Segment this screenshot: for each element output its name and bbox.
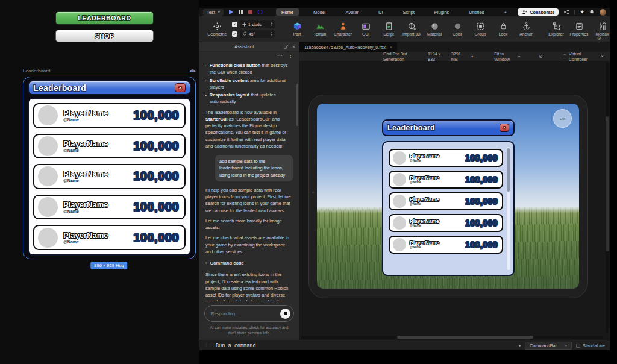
close-emulation-icon[interactable]: × bbox=[601, 54, 604, 59]
content-scrollbar[interactable] bbox=[507, 147, 510, 270]
import-3d-tool[interactable]: Import 3D bbox=[404, 22, 419, 36]
pause-icon[interactable] bbox=[239, 10, 243, 14]
close-tab-icon[interactable]: × bbox=[390, 45, 392, 49]
script-tool[interactable]: Script bbox=[381, 22, 396, 36]
player-score: 100,000 bbox=[133, 200, 179, 214]
group-tool[interactable]: Group bbox=[472, 22, 488, 36]
chevron-down-icon[interactable]: ▾ bbox=[471, 55, 473, 58]
rotate-snap-value: 45° bbox=[249, 32, 255, 36]
collaborate-button[interactable]: Collaborate bbox=[518, 8, 559, 16]
rotate-snap-field[interactable]: 45° ▴▾ bbox=[240, 30, 275, 38]
lock-tool[interactable]: Lock bbox=[495, 22, 511, 36]
standalone-checkbox[interactable] bbox=[576, 344, 580, 348]
assistant-input[interactable]: Responding... bbox=[204, 305, 294, 322]
camera-view-orb[interactable]: Left bbox=[553, 109, 572, 128]
notifications-bell-icon[interactable] bbox=[589, 9, 595, 15]
popout-icon[interactable] bbox=[283, 44, 289, 49]
commandbar-mode-select[interactable]: CommandBar ▾ bbox=[525, 342, 572, 350]
bullet-icon: ▪ bbox=[205, 93, 207, 105]
leaderboard-entry[interactable]: PlayerName @Name 100,000 bbox=[389, 214, 503, 232]
character-tool[interactable]: Character bbox=[335, 22, 351, 36]
tab-script[interactable]: Script bbox=[398, 8, 420, 16]
game-viewport[interactable]: Leaderboard × bbox=[299, 61, 610, 340]
scrollbar-thumb[interactable] bbox=[606, 116, 609, 252]
tab-home[interactable]: Home bbox=[276, 8, 299, 16]
viewport-vertical-scrollbar[interactable] bbox=[606, 62, 609, 333]
close-panel-icon[interactable]: × bbox=[292, 44, 295, 49]
stop-icon[interactable] bbox=[248, 10, 252, 14]
chevron-down-icon[interactable]: ▾ bbox=[519, 344, 521, 348]
game-leaderboard: Leaderboard × bbox=[382, 119, 515, 276]
toolbox-toggle[interactable]: Toolbox bbox=[594, 22, 610, 36]
standalone-toggle[interactable]: Standalone bbox=[576, 343, 605, 348]
assistant-scrollbar[interactable] bbox=[296, 84, 298, 126]
part-tool[interactable]: Part bbox=[289, 22, 305, 36]
scrollbar-thumb[interactable] bbox=[397, 336, 533, 339]
move-snap-checkbox[interactable]: ✓ bbox=[232, 22, 237, 27]
move-snap-field[interactable]: 1 studs ▴▾ bbox=[240, 20, 275, 28]
fit-to-window-dropdown[interactable]: Fit to Window ▾ bbox=[494, 51, 520, 62]
assistant-paragraph: The leaderboard is now available in Star… bbox=[205, 109, 293, 150]
scrollbar-thumb[interactable] bbox=[507, 148, 510, 192]
geometric-tool[interactable]: Geometric bbox=[209, 22, 225, 36]
play-icon[interactable] bbox=[229, 10, 233, 14]
tab-avatar[interactable]: Avatar bbox=[340, 8, 365, 16]
player-handle: @Name bbox=[410, 224, 439, 227]
gear-icon[interactable]: ⚙ bbox=[597, 36, 601, 41]
code-icon[interactable]: </> bbox=[189, 68, 196, 74]
leaderboard-entry[interactable]: PlayerName @Name 100,000 bbox=[33, 195, 186, 220]
ipad-screen[interactable]: Leaderboard × bbox=[317, 104, 579, 289]
share-icon[interactable] bbox=[563, 9, 569, 15]
explorer-toggle[interactable]: Explorer bbox=[548, 22, 564, 36]
frame-label[interactable]: Leaderboard bbox=[23, 68, 50, 74]
color-tool[interactable]: Color bbox=[449, 22, 465, 36]
properties-toggle[interactable]: Properties bbox=[571, 22, 587, 36]
assistant-sparkle-icon[interactable]: ✦ bbox=[580, 9, 584, 15]
more-horizontal-icon[interactable]: ⋯ bbox=[277, 53, 282, 58]
anchor-tool[interactable]: Anchor bbox=[518, 22, 534, 36]
tab-plugins[interactable]: Plugins bbox=[429, 8, 455, 16]
terrain-tool[interactable]: Terrain bbox=[312, 22, 328, 36]
leaderboard-entry[interactable]: PlayerName @Name 100,000 bbox=[389, 149, 503, 167]
leaderboard-entry[interactable]: PlayerName @Name 100,000 bbox=[33, 103, 186, 128]
tab-model[interactable]: Model bbox=[308, 8, 331, 16]
leaderboard-toggle-button[interactable]: LEADERBOARD bbox=[55, 11, 154, 25]
add-tab-button[interactable]: + bbox=[499, 8, 512, 16]
frame-label-row: Leaderboard </> bbox=[23, 68, 196, 74]
leaderboard-entry[interactable]: PlayerName @Name 100,000 bbox=[389, 236, 503, 254]
leaderboard-entry[interactable]: PlayerName @Name 100,000 bbox=[33, 225, 186, 250]
test-mode-dropdown[interactable]: Test ▾ bbox=[203, 9, 224, 16]
player-names: PlayerName @Name bbox=[410, 240, 439, 249]
assistant-chat[interactable]: ▪ Functional close button that destroys … bbox=[199, 60, 299, 301]
view-orb-label: Left bbox=[560, 117, 565, 121]
virtual-controller-checkbox[interactable] bbox=[563, 54, 566, 58]
tab-ui[interactable]: UI bbox=[373, 8, 389, 16]
gui-tool[interactable]: GUI bbox=[358, 22, 374, 36]
stepper-icon[interactable]: ▴▾ bbox=[271, 22, 272, 27]
leaderboard-entry[interactable]: PlayerName @Name 100,000 bbox=[389, 192, 503, 210]
leaderboard-design-frame[interactable]: Leaderboard × PlayerName @Name bbox=[23, 77, 196, 259]
command-input[interactable]: Run a command bbox=[216, 342, 256, 348]
viewport-horizontal-scrollbar[interactable] bbox=[301, 336, 603, 339]
rotate-device-icon[interactable]: ⊘ bbox=[539, 54, 543, 59]
player-score: 100,000 bbox=[133, 169, 179, 183]
close-button[interactable]: × bbox=[500, 124, 509, 132]
tab-untitled[interactable]: Untitled bbox=[463, 8, 489, 16]
command-code-disclosure[interactable]: › Command code bbox=[205, 260, 293, 266]
leaderboard-entry[interactable]: PlayerName @Name 100,000 bbox=[33, 164, 186, 189]
stop-generating-button[interactable] bbox=[280, 309, 290, 319]
leaderboard-entry[interactable]: PlayerName @Name 100,000 bbox=[389, 171, 503, 189]
more-vertical-icon[interactable]: ⋮ bbox=[288, 53, 293, 58]
drag-handle-icon[interactable]: ⋮⋮ bbox=[204, 343, 211, 348]
device-name[interactable]: iPad Pro 3rd Generation bbox=[383, 51, 422, 62]
material-tool[interactable]: Material bbox=[427, 22, 442, 36]
stepper-icon[interactable]: ▴▾ bbox=[271, 31, 272, 36]
shop-button[interactable]: SHOP bbox=[55, 30, 154, 42]
rotate-snap-checkbox[interactable]: ✓ bbox=[232, 31, 237, 37]
menubar-right-cluster: Collaborate ✦ bbox=[518, 8, 606, 16]
virtual-controller-toggle[interactable]: Virtual Controller bbox=[563, 51, 596, 62]
leaderboard-entry[interactable]: PlayerName @Name 100,000 bbox=[33, 134, 186, 159]
user-avatar[interactable] bbox=[600, 9, 606, 16]
client-server-icon[interactable] bbox=[258, 10, 262, 14]
close-button[interactable]: × bbox=[175, 83, 186, 92]
